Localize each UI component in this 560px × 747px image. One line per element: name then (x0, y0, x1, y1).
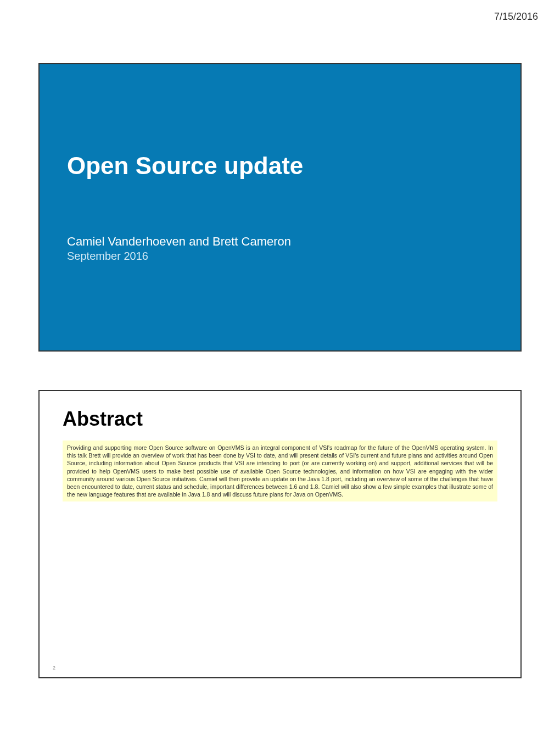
slide-2: Abstract Providing and supporting more O… (38, 390, 522, 678)
slide-1-title: Open Source update (67, 152, 493, 180)
slide-1: Open Source update Camiel Vanderhoeven a… (38, 63, 522, 352)
slide-1-content: Open Source update Camiel Vanderhoeven a… (40, 64, 520, 263)
slide-1-date: September 2016 (67, 250, 493, 263)
slide-2-content: Abstract Providing and supporting more O… (40, 391, 520, 518)
slide-1-authors: Camiel Vanderhoeven and Brett Cameron (67, 235, 493, 249)
abstract-text-box: Providing and supporting more Open Sourc… (63, 441, 497, 501)
slide-2-title: Abstract (63, 408, 497, 431)
page-header-date: 7/15/2016 (494, 11, 538, 23)
slide-2-page-number: 2 (53, 665, 55, 671)
